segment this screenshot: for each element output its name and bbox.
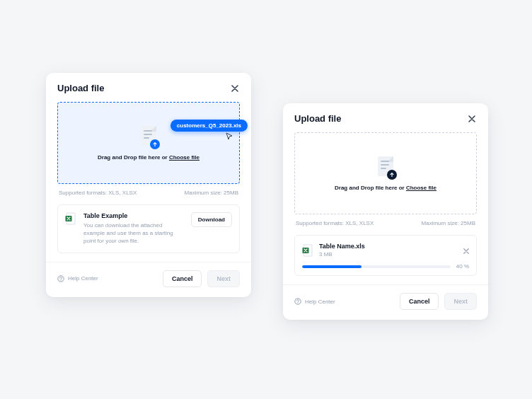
dropzone-active[interactable]: Drag and Drop file here or Choose file c… xyxy=(57,102,240,184)
file-upload-icon xyxy=(140,126,157,147)
uploading-file-size: 3 MB xyxy=(319,251,365,258)
supported-formats: Supported formats: XLS, XLSX xyxy=(296,220,374,226)
close-icon xyxy=(231,85,238,92)
dialog-header: Upload file xyxy=(46,73,251,102)
svg-point-3 xyxy=(61,280,62,281)
xls-file-icon xyxy=(65,212,76,225)
uploading-file-row: Table Name.xls 3 MB 40 % xyxy=(294,235,477,276)
example-title: Table Example xyxy=(83,212,184,219)
help-center-link[interactable]: Help Center xyxy=(57,275,98,282)
cancel-button[interactable]: Cancel xyxy=(400,293,439,310)
help-center-link[interactable]: Help Center xyxy=(294,298,335,305)
cancel-button[interactable]: Cancel xyxy=(163,270,202,287)
upload-arrow-icon xyxy=(387,170,397,180)
dialog-title: Upload file xyxy=(294,113,341,124)
example-desc: You can download the attached example an… xyxy=(83,221,184,245)
choose-file-link[interactable]: Choose file xyxy=(169,154,200,161)
supported-formats: Supported formats: XLS, XLSX xyxy=(59,190,137,196)
close-icon xyxy=(468,115,475,122)
close-button[interactable] xyxy=(467,114,477,124)
file-upload-icon xyxy=(377,156,394,178)
dialog-footer: Help Center Cancel Next xyxy=(46,262,251,297)
dialog-header: Upload file xyxy=(283,103,488,132)
example-file-row: Table Example You can download the attac… xyxy=(57,204,240,253)
dialog-title: Upload file xyxy=(57,83,104,93)
xls-file-icon xyxy=(302,244,313,257)
dragging-file-chip: customers_Q5_2023.xls xyxy=(170,120,248,132)
upload-dialog-progress: Upload file Drag and Drop file here or C… xyxy=(283,103,488,320)
next-button[interactable]: Next xyxy=(444,293,477,310)
help-icon xyxy=(57,275,64,282)
max-size: Maximum size: 25MB xyxy=(422,220,475,226)
dialog-footer: Help Center Cancel Next xyxy=(283,285,488,320)
progress-track xyxy=(302,265,451,268)
progress-fill xyxy=(302,265,362,268)
help-icon xyxy=(294,298,301,305)
close-icon xyxy=(463,248,469,254)
progress: 40 % xyxy=(302,263,469,270)
max-size: Maximum size: 25MB xyxy=(185,190,238,196)
remove-file-button[interactable] xyxy=(463,244,469,257)
progress-percent: 40 % xyxy=(456,263,469,270)
next-button[interactable]: Next xyxy=(207,270,240,287)
dropzone-hints: Supported formats: XLS, XLSX Maximum siz… xyxy=(57,184,240,204)
dropzone-text: Drag and Drop file here or Choose file xyxy=(335,185,436,191)
cursor-icon xyxy=(225,131,233,139)
svg-point-7 xyxy=(298,303,299,303)
choose-file-link[interactable]: Choose file xyxy=(406,185,436,191)
upload-dialog-dragging: Upload file Drag and Drop file here or C… xyxy=(46,73,251,297)
upload-arrow-icon xyxy=(150,139,160,149)
download-example-button[interactable]: Download xyxy=(191,212,232,227)
uploading-file-name: Table Name.xls xyxy=(319,243,365,250)
close-button[interactable] xyxy=(230,83,240,93)
dropzone-text: Drag and Drop file here or Choose file xyxy=(98,154,200,161)
dropzone-hints: Supported formats: XLS, XLSX Maximum siz… xyxy=(294,214,477,235)
dropzone[interactable]: Drag and Drop file here or Choose file xyxy=(294,132,477,214)
